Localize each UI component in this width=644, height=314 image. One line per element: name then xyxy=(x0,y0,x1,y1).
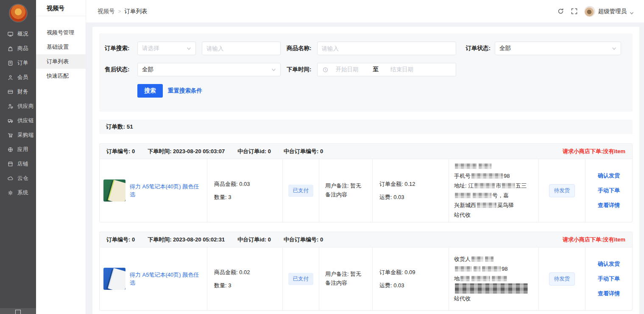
view-detail-link[interactable]: 查看详情 xyxy=(598,290,620,297)
order-status-select[interactable]: 全部 xyxy=(495,42,621,55)
search-button[interactable]: 搜索 xyxy=(137,84,163,98)
monitor-icon xyxy=(7,31,14,37)
order-number: 订单编号: 0 xyxy=(106,236,135,244)
user-icon xyxy=(7,74,14,81)
sidebar-item-label: 商品 xyxy=(17,45,28,52)
order-block: 订单编号: 0 下单时间: 2023-08-20 05:02:31 中台订单id… xyxy=(99,232,633,311)
order-time: 下单时间: 2023-08-20 05:03:07 xyxy=(148,148,225,155)
secondary-sidebar: 视频号 视频号管理 基础设置 订单列表 快速匹配 xyxy=(36,0,86,314)
sidebar-item-label: 供应商 xyxy=(17,103,34,110)
shopping-bag-icon xyxy=(7,45,14,52)
mid-order-id: 中台订单id: 0 xyxy=(237,148,271,155)
product-amount: 商品金额: 0.03 xyxy=(214,180,282,188)
view-detail-link[interactable]: 查看详情 xyxy=(598,202,620,209)
order-search-label: 订单搜索: xyxy=(105,45,137,52)
product-name-input[interactable] xyxy=(317,42,456,55)
order-status-label: 订单状态: xyxy=(466,45,491,52)
date-range-to-label: 至 xyxy=(373,66,379,73)
order-amount: 订单金额: 0.12 xyxy=(379,180,449,188)
shipping-address: 手机号98地址: 江市五三号，嘉兴新城西菜鸟驿站代收 xyxy=(449,159,539,222)
shipping-address: 收货人98地站代收 xyxy=(449,247,539,310)
pay-status-badge: 已支付 xyxy=(288,273,314,285)
manual-order-link[interactable]: 手动下单 xyxy=(598,187,620,194)
sidebar-item-system[interactable]: 系统 xyxy=(0,185,36,200)
wheel-icon xyxy=(7,146,14,153)
storefront-icon xyxy=(7,161,14,167)
mid-order-id: 中台订单id: 0 xyxy=(237,236,271,244)
sidebar-item-finance[interactable]: 财务 xyxy=(0,84,36,99)
sidebar-footer xyxy=(0,308,36,314)
reset-search-link[interactable]: 重置搜索条件 xyxy=(168,87,202,95)
sidebar-item-overview[interactable]: 概况 xyxy=(0,27,36,41)
order-count-bar: 订单数: 51 xyxy=(99,120,633,134)
sidebar-item-products[interactable]: 商品 xyxy=(0,41,36,56)
order-block: 订单编号: 0 下单时间: 2023-08-20 05:03:07 中台订单id… xyxy=(99,143,633,222)
sidebar-item-orders[interactable]: 订单 xyxy=(0,56,36,70)
search-panel: 订单搜索: 请选择 商品名称: 订单状态: 全部 售后状态: xyxy=(99,34,633,112)
app-window: 概况 商品 订单 会员 财务 供应商 供应链 采购端 xyxy=(0,0,644,314)
order-row: 得力 A5笔记本(40页) 颜色任选 商品金额: 0.02 数量: 3 已支付 … xyxy=(100,247,632,310)
sidebar-item-label: 会员 xyxy=(17,74,28,81)
start-date-placeholder[interactable]: 开始日期 xyxy=(336,66,359,73)
supplier-user-icon xyxy=(7,103,14,109)
user-menu[interactable]: 超级管理员 xyxy=(584,6,634,17)
order-row: 得力 A5笔记本(40页) 颜色任选 商品金额: 0.03 数量: 3 已支付 … xyxy=(100,159,632,222)
order-alert: 请求小商店下单:没有item xyxy=(563,236,625,244)
order-count: 订单数: 51 xyxy=(106,123,133,131)
submenu-item-channel-management[interactable]: 视频号管理 xyxy=(36,25,86,40)
gear-icon xyxy=(7,190,14,196)
sidebar-item-cloudwarehouse[interactable]: 云仓 xyxy=(0,171,36,185)
sidebar-item-supplychain[interactable]: 供应链 xyxy=(0,113,36,128)
order-search-input[interactable] xyxy=(202,42,281,55)
sidebar-item-apps[interactable]: 应用 xyxy=(0,142,36,157)
sidebar-item-shop[interactable]: 店铺 xyxy=(0,157,36,171)
date-range-picker[interactable]: 开始日期 至 结束日期 xyxy=(317,63,456,76)
mid-order-number: 中台订单编号: 0 xyxy=(284,148,323,155)
top-header: 视频号 > 订单列表 超级管理员 xyxy=(86,0,644,22)
user-remark: 用户备注: 暂无备注内容 xyxy=(325,182,366,199)
freight: 运费: 0.03 xyxy=(379,282,449,289)
aftersale-status-select[interactable]: 全部 xyxy=(137,63,281,76)
confirm-ship-link[interactable]: 确认发货 xyxy=(598,260,620,268)
sidebar-item-label: 财务 xyxy=(17,88,28,95)
sidebar-item-label: 订单 xyxy=(17,59,28,67)
submenu-item-quick-match[interactable]: 快速匹配 xyxy=(36,69,86,83)
sidebar-item-members[interactable]: 会员 xyxy=(0,70,36,84)
pay-status-badge: 已支付 xyxy=(288,185,314,197)
product-amount: 商品金额: 0.02 xyxy=(214,269,282,276)
product-quantity: 数量: 3 xyxy=(214,282,282,289)
order-header: 订单编号: 0 下单时间: 2023-08-20 05:02:31 中台订单id… xyxy=(100,232,632,247)
freight: 运费: 0.03 xyxy=(379,193,449,201)
user-remark: 用户备注: 暂无备注内容 xyxy=(325,270,366,288)
ship-status-badge: 待发货 xyxy=(549,272,575,286)
refresh-icon[interactable] xyxy=(557,8,564,15)
breadcrumb-root[interactable]: 视频号 xyxy=(98,8,115,15)
end-date-placeholder[interactable]: 结束日期 xyxy=(390,66,413,73)
cart-icon xyxy=(7,132,14,138)
card-icon xyxy=(7,89,14,95)
product-name-link[interactable]: 得力 A5笔记本(40页) 颜色任选 xyxy=(130,271,203,287)
submenu-item-order-list[interactable]: 订单列表 xyxy=(36,54,86,69)
sidebar-item-label: 概况 xyxy=(17,31,28,38)
sidebar-item-procurement[interactable]: 采购端 xyxy=(0,128,36,142)
manual-order-link[interactable]: 手动下单 xyxy=(598,275,620,283)
chevron-down-icon xyxy=(612,46,616,51)
product-quantity: 数量: 3 xyxy=(214,193,282,201)
product-name-link[interactable]: 得力 A5笔记本(40页) 颜色任选 xyxy=(130,182,203,199)
order-search-type-select[interactable]: 请选择 xyxy=(137,42,196,55)
sidebar-item-supplier[interactable]: 供应商 xyxy=(0,99,36,113)
sidebar-item-label: 供应链 xyxy=(17,117,34,124)
sidebar-item-label: 采购端 xyxy=(17,132,34,139)
product-image xyxy=(103,268,125,290)
confirm-ship-link[interactable]: 确认发货 xyxy=(598,172,620,179)
fullscreen-icon[interactable] xyxy=(571,8,578,15)
product-name-label: 商品名称: xyxy=(287,45,312,52)
sidebar-item-label: 云仓 xyxy=(17,175,28,182)
order-number: 订单编号: 0 xyxy=(106,148,135,155)
collapse-icon[interactable] xyxy=(15,310,21,314)
mid-order-number: 中台订单编号: 0 xyxy=(284,236,323,244)
aftersale-status-label: 售后状态: xyxy=(105,66,137,73)
submenu-item-basic-settings[interactable]: 基础设置 xyxy=(36,40,86,54)
order-amount: 订单金额: 0.09 xyxy=(379,269,449,276)
app-logo[interactable] xyxy=(9,4,28,22)
